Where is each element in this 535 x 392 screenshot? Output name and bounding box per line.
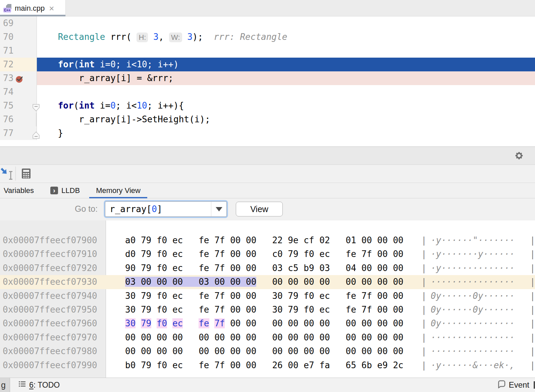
- memory-byte[interactable]: 79: [288, 291, 298, 301]
- memory-byte[interactable]: f0: [157, 305, 167, 315]
- memory-byte[interactable]: ec: [319, 249, 330, 259]
- memory-byte[interactable]: 00: [319, 318, 330, 328]
- memory-row[interactable]: 0x00007ffeecf0793003 00 00 00 03 00 00 0…: [0, 275, 535, 289]
- memory-byte[interactable]: 00: [125, 332, 136, 342]
- memory-byte[interactable]: 00: [288, 346, 298, 356]
- memory-byte[interactable]: 01: [346, 235, 356, 245]
- memory-row[interactable]: 0x00007ffeecf0795030 79 f0 ec fe 7f 00 0…: [0, 303, 535, 317]
- memory-byte[interactable]: 00: [304, 277, 314, 287]
- memory-byte[interactable]: 00: [214, 346, 225, 356]
- memory-byte[interactable]: e7: [304, 360, 314, 370]
- memory-byte[interactable]: 00: [199, 332, 209, 342]
- memory-byte[interactable]: 79: [141, 235, 151, 245]
- memory-byte[interactable]: 79: [141, 263, 151, 273]
- memory-byte[interactable]: 00: [230, 346, 240, 356]
- memory-byte[interactable]: 00: [393, 277, 403, 287]
- memory-byte[interactable]: ec: [172, 235, 183, 245]
- memory-byte[interactable]: d0: [125, 249, 136, 259]
- memory-row[interactable]: 0x00007ffeecf0798000 00 00 00 00 00 00 0…: [0, 344, 535, 358]
- memory-byte[interactable]: 00: [172, 277, 183, 287]
- memory-byte[interactable]: 00: [246, 277, 256, 287]
- memory-byte[interactable]: 00: [393, 235, 403, 245]
- memory-byte[interactable]: 79: [141, 249, 151, 259]
- tab-lldb[interactable]: › LLDB: [48, 183, 82, 198]
- memory-byte[interactable]: 7f: [214, 305, 225, 315]
- memory-byte[interactable]: e9: [377, 360, 388, 370]
- memory-byte[interactable]: cf: [304, 235, 314, 245]
- memory-byte[interactable]: 9e: [288, 235, 298, 245]
- event-log-button[interactable]: Event: [497, 378, 535, 392]
- editor-gutter[interactable]: 71: [0, 44, 37, 58]
- fold-start-icon[interactable]: [32, 102, 40, 110]
- memory-byte[interactable]: fe: [199, 291, 209, 301]
- tab-main-cpp[interactable]: C++ main.cpp ×: [0, 0, 66, 16]
- memory-byte[interactable]: 00: [246, 249, 256, 259]
- memory-byte[interactable]: 00: [319, 277, 330, 287]
- memory-byte[interactable]: 00: [230, 263, 240, 273]
- memory-byte[interactable]: 00: [172, 346, 183, 356]
- close-icon[interactable]: ×: [49, 4, 54, 13]
- memory-byte[interactable]: 00: [246, 332, 256, 342]
- memory-byte[interactable]: 03: [199, 277, 209, 287]
- memory-byte[interactable]: 00: [393, 249, 403, 259]
- memory-byte[interactable]: 79: [141, 291, 151, 301]
- goto-address-combobox[interactable]: r_array[0]: [105, 201, 227, 217]
- memory-byte[interactable]: 00: [304, 346, 314, 356]
- memory-byte[interactable]: 00: [377, 291, 388, 301]
- memory-byte[interactable]: f0: [157, 263, 167, 273]
- memory-byte[interactable]: c0: [272, 249, 282, 259]
- memory-byte[interactable]: 00: [230, 249, 240, 259]
- memory-byte[interactable]: 7f: [214, 291, 225, 301]
- memory-byte[interactable]: fe: [199, 235, 209, 245]
- memory-byte[interactable]: fe: [199, 263, 209, 273]
- memory-byte[interactable]: c5: [288, 263, 298, 273]
- memory-byte[interactable]: 00: [141, 332, 151, 342]
- editor-gutter[interactable]: 76: [0, 113, 37, 126]
- memory-byte[interactable]: 00: [230, 305, 240, 315]
- memory-byte[interactable]: 03: [272, 263, 282, 273]
- memory-row[interactable]: 0x00007ffeecf0797000 00 00 00 00 00 00 0…: [0, 331, 535, 344]
- evaluate-expression-icon[interactable]: [21, 168, 31, 179]
- memory-byte[interactable]: f0: [157, 318, 167, 328]
- memory-row[interactable]: 0x00007ffeecf0792090 79 f0 ec fe 7f 00 0…: [0, 261, 535, 275]
- memory-byte[interactable]: 00: [362, 263, 372, 273]
- memory-byte[interactable]: ec: [172, 305, 183, 315]
- memory-byte[interactable]: 00: [230, 291, 240, 301]
- memory-byte[interactable]: 00: [230, 332, 240, 342]
- editor-gutter[interactable]: 73: [0, 71, 37, 85]
- memory-byte[interactable]: 00: [246, 263, 256, 273]
- memory-byte[interactable]: fe: [199, 249, 209, 259]
- memory-byte[interactable]: 00: [172, 332, 183, 342]
- todo-toolwindow-button[interactable]: 6: TODO: [18, 380, 60, 390]
- memory-byte[interactable]: 7f: [362, 291, 372, 301]
- memory-byte[interactable]: f0: [157, 291, 167, 301]
- editor-gutter[interactable]: 75: [0, 99, 37, 113]
- memory-byte[interactable]: 00: [346, 332, 356, 342]
- memory-byte[interactable]: 00: [377, 249, 388, 259]
- memory-byte[interactable]: 00: [319, 332, 330, 342]
- memory-byte[interactable]: 00: [288, 318, 298, 328]
- code-editor[interactable]: 6970 Rectangle rrr( H: 3, W: 3);rrr: Rec…: [0, 16, 535, 146]
- memory-row[interactable]: 0x00007ffeecf0794030 79 f0 ec fe 7f 00 0…: [0, 289, 535, 303]
- memory-byte[interactable]: 00: [230, 318, 240, 328]
- memory-byte[interactable]: 00: [362, 332, 372, 342]
- memory-byte[interactable]: 00: [377, 346, 388, 356]
- memory-byte[interactable]: 00: [346, 346, 356, 356]
- run-to-cursor-icon[interactable]: [1, 167, 16, 181]
- memory-byte[interactable]: 00: [288, 277, 298, 287]
- memory-byte[interactable]: fe: [199, 360, 209, 370]
- memory-byte[interactable]: 30: [272, 305, 282, 315]
- memory-byte[interactable]: 90: [125, 263, 136, 273]
- memory-byte[interactable]: 00: [157, 332, 167, 342]
- editor-gutter[interactable]: 72: [0, 58, 37, 71]
- memory-byte[interactable]: 00: [304, 318, 314, 328]
- memory-byte[interactable]: 00: [214, 332, 225, 342]
- tab-variables[interactable]: Variables: [0, 183, 38, 198]
- memory-byte[interactable]: ec: [319, 291, 330, 301]
- memory-byte[interactable]: 00: [199, 346, 209, 356]
- memory-byte[interactable]: 00: [272, 318, 282, 328]
- memory-byte[interactable]: 00: [377, 235, 388, 245]
- memory-byte[interactable]: ec: [172, 318, 183, 328]
- memory-byte[interactable]: 7f: [214, 235, 225, 245]
- memory-byte[interactable]: 00: [362, 235, 372, 245]
